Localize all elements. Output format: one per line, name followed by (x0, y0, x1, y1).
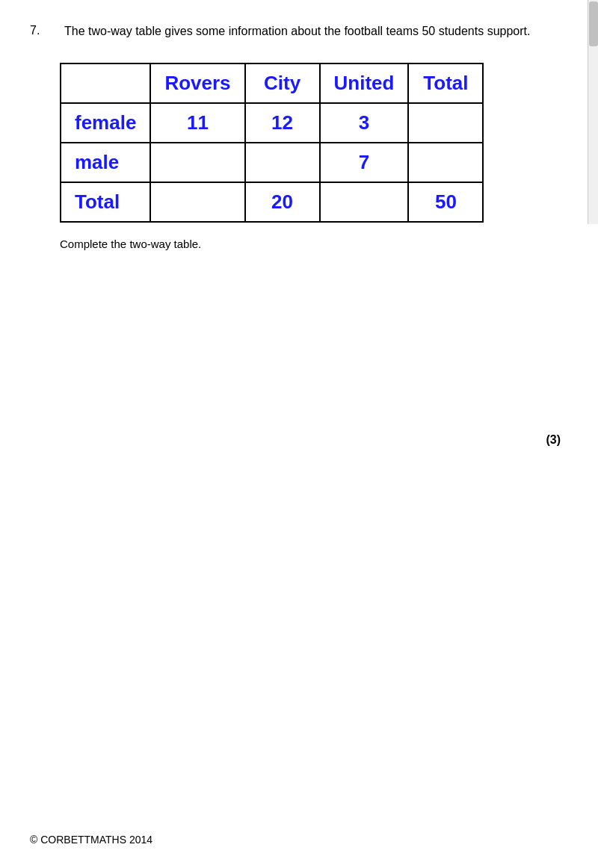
footer-copyright: © CORBETTMATHS 2014 (30, 834, 152, 846)
male-united: 7 (320, 143, 409, 182)
total-city: 20 (245, 182, 320, 222)
scrollbar-thumb[interactable] (589, 1, 598, 46)
label-total: Total (61, 182, 150, 222)
table-row-total: Total 20 50 (61, 182, 483, 222)
scrollbar[interactable] (588, 0, 598, 224)
header-total: Total (408, 63, 483, 103)
male-total (408, 143, 483, 182)
table-header-row: Rovers City United Total (61, 63, 483, 103)
question-block: 7. The two-way table gives some informat… (30, 22, 568, 40)
question-text: The two-way table gives some information… (64, 22, 530, 40)
header-empty (61, 63, 150, 103)
header-united: United (320, 63, 409, 103)
female-rovers: 11 (150, 103, 244, 143)
female-city: 12 (245, 103, 320, 143)
male-rovers (150, 143, 244, 182)
question-number: 7. (30, 22, 52, 40)
label-male: male (61, 143, 150, 182)
header-rovers: Rovers (150, 63, 244, 103)
table-container: Rovers City United Total female 11 12 3 … (60, 63, 568, 223)
header-city: City (245, 63, 320, 103)
total-total: 50 (408, 182, 483, 222)
female-total (408, 103, 483, 143)
table-row-male: male 7 (61, 143, 483, 182)
instruction-text: Complete the two-way table. (60, 238, 568, 250)
female-united: 3 (320, 103, 409, 143)
male-city (245, 143, 320, 182)
total-united (320, 182, 409, 222)
marks-indicator: (3) (546, 433, 561, 447)
two-way-table: Rovers City United Total female 11 12 3 … (60, 63, 484, 223)
table-row-female: female 11 12 3 (61, 103, 483, 143)
label-female: female (61, 103, 150, 143)
total-rovers (150, 182, 244, 222)
